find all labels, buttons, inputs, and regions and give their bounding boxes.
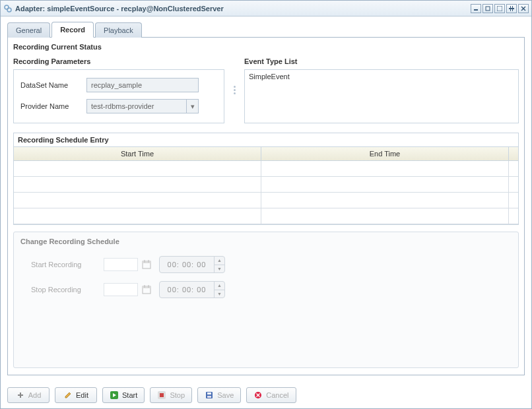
button-toolbar: Add Edit Start Stop Save Cancel [1, 382, 531, 408]
stop-time-value: 00: 00: 00 [160, 286, 214, 294]
tab-record[interactable]: Record [51, 22, 94, 38]
svg-rect-2 [474, 9, 478, 11]
svg-rect-25 [207, 393, 211, 394]
schedule-body [14, 161, 518, 224]
svg-rect-3 [486, 7, 490, 11]
params-heading: Recording Parameters [13, 57, 224, 65]
table-row[interactable] [14, 161, 518, 177]
cancel-label: Cancel [266, 391, 288, 399]
change-schedule-heading: Change Recording Schedule [20, 237, 512, 245]
play-icon [110, 391, 119, 400]
cell-end [261, 208, 509, 224]
col-start-time[interactable]: Start Time [14, 147, 261, 160]
recording-parameters: DataSet Name Provider Name test-rdbms-pr… [13, 69, 224, 123]
table-row[interactable] [14, 177, 518, 193]
window-title: Adapter: simpleEventSource - recplay@Non… [15, 5, 224, 13]
titlebar: Adapter: simpleEventSource - recplay@Non… [1, 1, 531, 16]
spinner-icon: ▲▼ [214, 257, 224, 272]
col-end-time[interactable]: End Time [261, 147, 509, 160]
adapter-window: Adapter: simpleEventSource - recplay@Non… [0, 0, 532, 409]
adapter-icon [3, 4, 13, 13]
table-row[interactable] [14, 208, 518, 224]
restore-button[interactable] [482, 4, 493, 13]
cancel-button[interactable]: Cancel [246, 387, 296, 403]
stop-icon [157, 391, 166, 400]
svg-rect-4 [497, 6, 502, 11]
save-button[interactable]: Save [197, 387, 241, 403]
svg-rect-23 [160, 393, 164, 397]
svg-rect-15 [143, 286, 150, 288]
params-and-list-row: Recording Parameters DataSet Name Provid… [13, 56, 519, 123]
stop-time-spinner[interactable]: 00: 00: 00 ▲▼ [159, 281, 225, 298]
chevron-down-icon: ▾ [186, 100, 198, 113]
stop-date-input[interactable] [104, 283, 138, 296]
schedule-header: Start Time End Time [14, 146, 518, 161]
content-area: General Record Playback Recording Curren… [1, 16, 531, 382]
cell-end [261, 161, 509, 176]
tab-playback[interactable]: Playback [95, 22, 142, 38]
provider-combo[interactable]: test-rdbms-provider ▾ [86, 99, 199, 113]
edit-label: Edit [76, 391, 88, 399]
minimize-button[interactable] [471, 4, 481, 13]
close-button[interactable] [518, 4, 529, 13]
change-schedule: Change Recording Schedule Start Recordin… [13, 232, 519, 368]
dataset-input[interactable] [86, 78, 199, 92]
record-panel: Recording Current Status Recording Param… [7, 37, 525, 375]
pencil-icon [63, 391, 73, 400]
cell-end [261, 177, 509, 192]
table-row[interactable] [14, 193, 518, 208]
save-icon [205, 391, 214, 400]
status-heading: Recording Current Status [13, 43, 519, 51]
start-time-spinner[interactable]: 00: 00: 00 ▲▼ [159, 256, 225, 273]
eventlist-heading: Event Type List [244, 57, 519, 65]
calendar-icon[interactable] [141, 259, 152, 270]
cell-start [14, 177, 261, 192]
stop-button[interactable]: Stop [150, 387, 192, 403]
collapse-button[interactable] [506, 4, 517, 13]
schedule-heading: Recording Schedule Entry [14, 133, 518, 146]
provider-value: test-rdbms-provider [87, 102, 186, 110]
maximize-button[interactable] [494, 4, 505, 13]
start-time-value: 00: 00: 00 [160, 261, 214, 268]
svg-rect-7 [509, 8, 514, 9]
start-date-input[interactable] [104, 258, 138, 271]
splitter-handle[interactable] [232, 56, 236, 123]
cell-start [14, 208, 261, 224]
save-label: Save [217, 391, 234, 399]
tab-bar: General Record Playback [7, 22, 525, 38]
svg-rect-11 [143, 261, 150, 263]
edit-button[interactable]: Edit [55, 387, 97, 403]
add-label: Add [28, 391, 42, 399]
event-type-list[interactable]: SimpleEvent [244, 69, 519, 123]
provider-label: Provider Name [20, 102, 86, 110]
stop-recording-label: Stop Recording [31, 286, 104, 294]
spinner-icon: ▲▼ [214, 282, 224, 298]
svg-point-1 [7, 8, 11, 12]
add-button[interactable]: Add [7, 387, 50, 403]
svg-rect-26 [207, 396, 211, 398]
event-type-item[interactable]: SimpleEvent [249, 73, 514, 80]
tab-general[interactable]: General [7, 22, 50, 38]
plus-icon [16, 391, 25, 400]
cancel-icon [253, 391, 263, 400]
start-label: Start [122, 391, 137, 399]
dataset-label: DataSet Name [20, 81, 86, 89]
stop-label: Stop [170, 391, 185, 399]
schedule-entry: Recording Schedule Entry Start Time End … [13, 133, 519, 225]
calendar-icon[interactable] [141, 284, 152, 296]
start-recording-label: Start Recording [31, 261, 104, 268]
start-button[interactable]: Start [102, 387, 145, 403]
cell-start [14, 193, 261, 208]
cell-start [14, 161, 261, 176]
cell-end [261, 193, 509, 208]
